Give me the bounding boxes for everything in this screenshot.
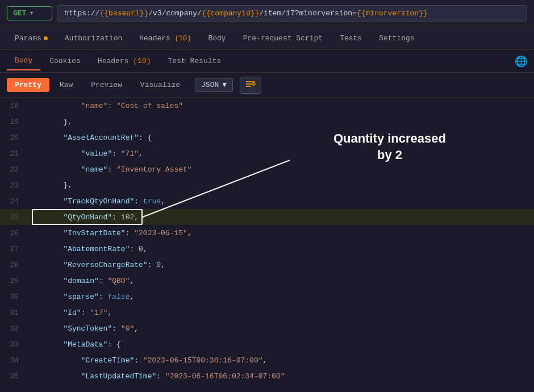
line-number: 32 — [0, 324, 26, 333]
tab-settings[interactable]: Settings — [371, 30, 422, 47]
url-bar: GET ▼ https://{{baseurl}}/v3/company/{{c… — [0, 0, 534, 27]
line-number: 27 — [0, 245, 26, 253]
line-content: }, — [26, 118, 534, 126]
line-number: 34 — [0, 356, 26, 365]
line-number: 31 — [0, 308, 26, 317]
line-number: 23 — [0, 181, 26, 190]
url-input[interactable]: https://{{baseurl}}/v3/company/{{company… — [57, 5, 527, 22]
line-content: "domain": "QBO", — [26, 277, 534, 285]
line-number: 21 — [0, 149, 26, 158]
fmt-preview[interactable]: Preview — [83, 78, 130, 92]
format-bar: Pretty Raw Preview Visualize JSON ▼ — [0, 73, 534, 98]
line-number: 20 — [0, 134, 26, 142]
line-content: "value": "71", — [26, 149, 534, 158]
params-dot — [44, 36, 48, 40]
line-number: 24 — [0, 197, 26, 206]
code-line-24: 24 "TrackQtyOnHand": true, — [0, 193, 534, 209]
line-number: 30 — [0, 293, 26, 301]
code-line-21: 21 "value": "71", — [0, 145, 534, 161]
code-line-19: 19 }, — [0, 114, 534, 130]
line-number: 19 — [0, 118, 26, 126]
line-content: "name": "Inventory Asset" — [26, 165, 534, 174]
tab-headers[interactable]: Headers (10) — [131, 30, 199, 47]
code-line-25: 25 "QtyOnHand": 102, — [0, 209, 534, 225]
line-content: "TrackQtyOnHand": true, — [26, 197, 534, 206]
tab-cookies[interactable]: Cookies — [41, 52, 89, 70]
url-param-minorversion: {{minorversion}} — [357, 9, 428, 18]
tab-authorization[interactable]: Authorization — [57, 30, 130, 47]
headers-badge: (10) — [175, 35, 191, 43]
request-tabs: Params Authorization Headers (10) Body P… — [0, 27, 534, 50]
fmt-visualize[interactable]: Visualize — [132, 78, 188, 92]
method-label: GET — [13, 9, 26, 18]
line-content: "MetaData": { — [26, 340, 534, 349]
response-tabs: Body Cookies Headers (19) Test Results 🌐 — [0, 50, 534, 73]
fmt-pretty[interactable]: Pretty — [7, 78, 49, 92]
tab-tests[interactable]: Tests — [332, 30, 370, 47]
line-content: "AbatementRate": 0, — [26, 245, 534, 253]
line-content: "sparse": false, — [26, 293, 534, 301]
fmt-raw[interactable]: Raw — [52, 78, 81, 92]
format-selector[interactable]: JSON ▼ — [195, 78, 233, 92]
line-number: 22 — [0, 165, 26, 174]
line-content: "LastUpdatedTime": "2023-06-16T06:02:34-… — [26, 372, 534, 381]
line-content: "QtyOnHand": 102, — [26, 213, 534, 222]
tab-prerequest[interactable]: Pre-request Script — [235, 30, 331, 47]
response-headers-badge: (19) — [133, 57, 151, 65]
line-number: 25 — [0, 213, 26, 222]
line-content: "ReverseChargeRate": 0, — [26, 261, 534, 269]
line-number: 29 — [0, 277, 26, 285]
wrap-toggle[interactable] — [240, 77, 261, 94]
code-line-22: 22 "name": "Inventory Asset" — [0, 161, 534, 177]
tab-response-headers[interactable]: Headers (19) — [90, 52, 159, 70]
code-line-31: 31 "Id": "17", — [0, 305, 534, 320]
tab-test-results[interactable]: Test Results — [160, 52, 229, 70]
code-line-28: 28 "ReverseChargeRate": 0, — [0, 257, 534, 273]
tab-body[interactable]: Body — [200, 30, 233, 47]
line-content: "Id": "17", — [26, 308, 534, 317]
code-line-35: 35 "LastUpdatedTime": "2023-06-16T06:02:… — [0, 368, 534, 384]
code-line-33: 33 "MetaData": { — [0, 336, 534, 352]
line-number: 18 — [0, 102, 26, 110]
code-area: 18 "name": "Cost of sales"19 },20 "Asset… — [0, 98, 534, 392]
line-number: 28 — [0, 261, 26, 269]
code-line-18: 18 "name": "Cost of sales" — [0, 98, 534, 114]
code-line-27: 27 "AbatementRate": 0, — [0, 241, 534, 257]
format-label: JSON — [201, 81, 219, 89]
method-selector[interactable]: GET ▼ — [7, 6, 52, 20]
line-content: "CreateTime": "2023-06-15T00:38:16-07:00… — [26, 356, 534, 365]
url-param-baseurl: {{baseurl}} — [99, 9, 148, 18]
code-line-29: 29 "domain": "QBO", — [0, 273, 534, 289]
url-static-2: /v3/company/ — [148, 9, 202, 18]
line-content: "AssetAccountRef": { — [26, 134, 534, 142]
code-line-23: 23 }, — [0, 177, 534, 193]
code-line-32: 32 "SyncToken": "0", — [0, 320, 534, 336]
tab-response-body[interactable]: Body — [7, 52, 40, 70]
line-number: 33 — [0, 340, 26, 349]
line-number: 26 — [0, 229, 26, 237]
line-content: "name": "Cost of sales" — [26, 102, 534, 110]
line-content: "SyncToken": "0", — [26, 324, 534, 333]
code-line-20: 20 "AssetAccountRef": { — [0, 130, 534, 145]
line-content: }, — [26, 181, 534, 190]
url-static-3: /item/17?minorversion= — [259, 9, 357, 18]
line-content: "InvStartDate": "2023-06-15", — [26, 229, 534, 237]
url-static-1: https:// — [64, 9, 99, 18]
code-line-34: 34 "CreateTime": "2023-06-15T00:38:16-07… — [0, 352, 534, 368]
code-line-30: 30 "sparse": false, — [0, 289, 534, 305]
url-param-companyid: {{companyid}} — [202, 9, 259, 18]
tab-params[interactable]: Params — [7, 30, 56, 47]
format-chevron-icon: ▼ — [222, 81, 227, 89]
globe-icon[interactable]: 🌐 — [515, 55, 527, 68]
code-line-26: 26 "InvStartDate": "2023-06-15", — [0, 225, 534, 241]
line-number: 35 — [0, 372, 26, 381]
method-chevron-icon: ▼ — [30, 10, 33, 16]
